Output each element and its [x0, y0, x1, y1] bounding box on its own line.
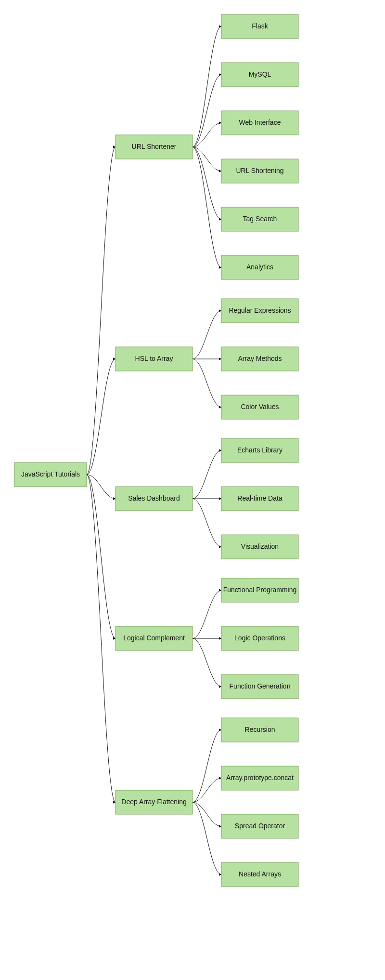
root-node: JavaScript Tutorials: [14, 463, 87, 487]
edge: [192, 147, 221, 267]
svg-text:Color Values: Color Values: [241, 403, 279, 411]
svg-text:Function Generation: Function Generation: [230, 682, 291, 690]
svg-text:Deep Array Flattening: Deep Array Flattening: [121, 798, 186, 806]
leaf-node: Array Methods: [221, 347, 298, 371]
svg-text:JavaScript Tutorials: JavaScript Tutorials: [21, 470, 80, 478]
svg-text:Recursion: Recursion: [244, 726, 275, 733]
svg-text:URL Shortener: URL Shortener: [132, 143, 177, 150]
edge: [192, 359, 221, 407]
leaf-node: Recursion: [221, 718, 298, 742]
svg-text:Echarts Library: Echarts Library: [237, 446, 282, 454]
leaf-node: URL Shortening: [221, 159, 298, 183]
edge: [192, 26, 221, 147]
svg-text:Flask: Flask: [252, 22, 268, 30]
svg-text:Analytics: Analytics: [246, 263, 273, 271]
edge: [192, 499, 221, 547]
svg-text:Web Interface: Web Interface: [239, 119, 281, 126]
svg-text:Array.prototype.concat: Array.prototype.concat: [226, 774, 294, 781]
leaf-node: Color Values: [221, 395, 298, 419]
leaf-node: Tag Search: [221, 207, 298, 231]
edge: [192, 311, 221, 359]
svg-text:MySQL: MySQL: [249, 70, 271, 78]
svg-text:Regular Expressions: Regular Expressions: [229, 306, 291, 314]
leaf-node: Array.prototype.concat: [221, 766, 298, 790]
branch-node: Deep Array Flattening: [116, 790, 192, 814]
edge: [192, 730, 221, 802]
edge: [192, 638, 221, 687]
leaf-node: Function Generation: [221, 675, 298, 699]
leaf-node: Echarts Library: [221, 438, 298, 463]
leaf-node: Web Interface: [221, 111, 298, 135]
branch-node: URL Shortener: [116, 135, 192, 159]
leaf-node: Real-time Data: [221, 487, 298, 511]
svg-text:Sales Dashboard: Sales Dashboard: [128, 494, 180, 502]
edge: [192, 450, 221, 499]
edge: [192, 590, 221, 638]
svg-text:Functional Programming: Functional Programming: [223, 586, 297, 594]
edge: [87, 475, 116, 638]
leaf-node: Logic Operations: [221, 626, 298, 650]
branch-node: Sales Dashboard: [116, 487, 192, 511]
branch-node: Logical Complement: [116, 626, 192, 650]
leaf-node: Functional Programming: [221, 578, 298, 602]
svg-text:URL Shortening: URL Shortening: [236, 167, 283, 174]
branch-node: HSL to Array: [116, 347, 192, 371]
svg-text:Nested Arrays: Nested Arrays: [239, 870, 281, 878]
svg-text:Real-time Data: Real-time Data: [237, 494, 282, 502]
leaf-node: Regular Expressions: [221, 299, 298, 323]
leaf-node: Nested Arrays: [221, 862, 298, 887]
svg-text:Array Methods: Array Methods: [238, 355, 282, 362]
leaf-node: Analytics: [221, 255, 298, 279]
svg-text:Logic Operations: Logic Operations: [234, 634, 285, 642]
leaf-node: MySQL: [221, 63, 298, 87]
leaf-node: Spread Operator: [221, 814, 298, 838]
edge: [87, 147, 116, 475]
edge: [87, 475, 116, 499]
svg-text:HSL to Array: HSL to Array: [135, 355, 173, 362]
edge: [87, 475, 116, 802]
svg-text:Visualization: Visualization: [241, 543, 279, 550]
leaf-node: Flask: [221, 14, 298, 39]
svg-text:Spread Operator: Spread Operator: [235, 822, 285, 830]
tree-diagram: FlaskMySQLWeb InterfaceURL ShorteningTag…: [0, 0, 385, 980]
edge: [192, 802, 221, 874]
leaf-node: Visualization: [221, 535, 298, 559]
svg-text:Logical Complement: Logical Complement: [123, 634, 185, 642]
svg-text:Tag Search: Tag Search: [243, 215, 277, 223]
